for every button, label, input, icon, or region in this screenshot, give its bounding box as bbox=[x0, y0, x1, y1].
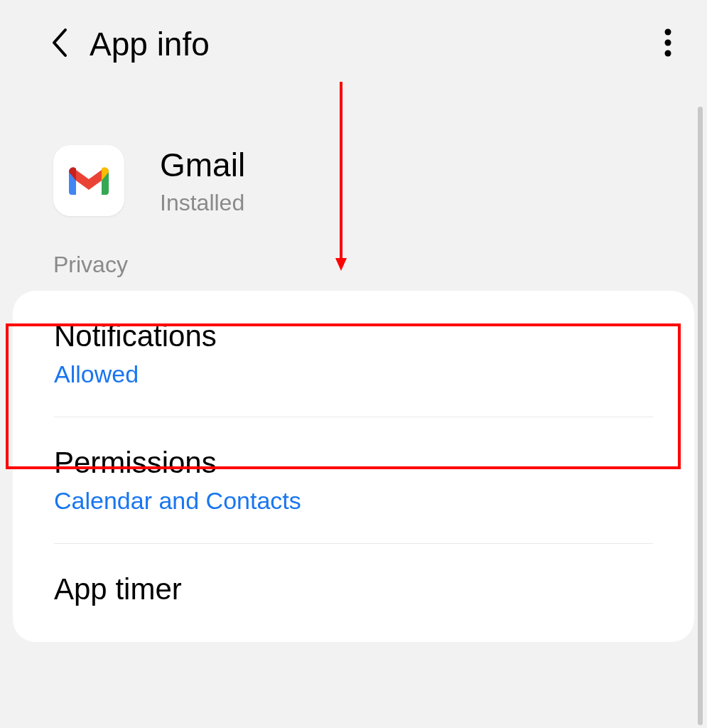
app-timer-item[interactable]: App timer bbox=[13, 544, 694, 642]
svg-point-2 bbox=[665, 50, 671, 57]
back-icon[interactable] bbox=[50, 27, 70, 61]
scrollbar[interactable] bbox=[698, 107, 703, 725]
list-item-title: App timer bbox=[54, 572, 653, 606]
app-info-text: Gmail Installed bbox=[160, 146, 245, 216]
section-header-privacy: Privacy bbox=[0, 252, 707, 291]
header-left: App info bbox=[50, 25, 210, 63]
permissions-item[interactable]: Permissions Calendar and Contacts bbox=[13, 417, 694, 543]
list-item-subtitle: Calendar and Contacts bbox=[54, 487, 653, 515]
list-item-title: Permissions bbox=[54, 446, 653, 480]
app-name: Gmail bbox=[160, 146, 245, 184]
app-status: Installed bbox=[160, 190, 245, 216]
list-item-subtitle: Allowed bbox=[54, 360, 653, 388]
header: App info bbox=[0, 0, 707, 88]
app-header: Gmail Installed bbox=[0, 88, 707, 252]
svg-point-1 bbox=[665, 40, 671, 46]
privacy-card: Notifications Allowed Permissions Calend… bbox=[13, 291, 694, 642]
page-title: App info bbox=[90, 25, 210, 63]
gmail-icon bbox=[53, 145, 124, 216]
notifications-item[interactable]: Notifications Allowed bbox=[13, 291, 694, 417]
list-item-title: Notifications bbox=[54, 319, 653, 353]
svg-point-0 bbox=[665, 29, 671, 36]
more-options-icon[interactable] bbox=[657, 21, 679, 67]
